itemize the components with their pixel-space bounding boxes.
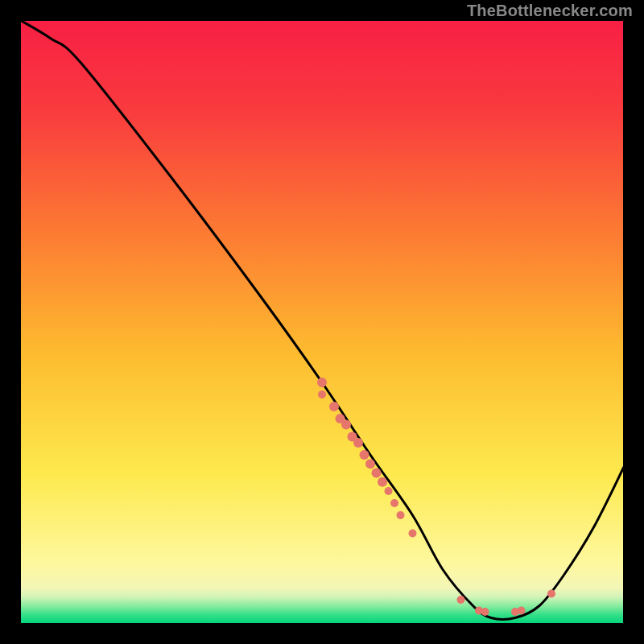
chart-container: TheBottlenecker.com [0,0,644,644]
chart-canvas [0,0,644,644]
